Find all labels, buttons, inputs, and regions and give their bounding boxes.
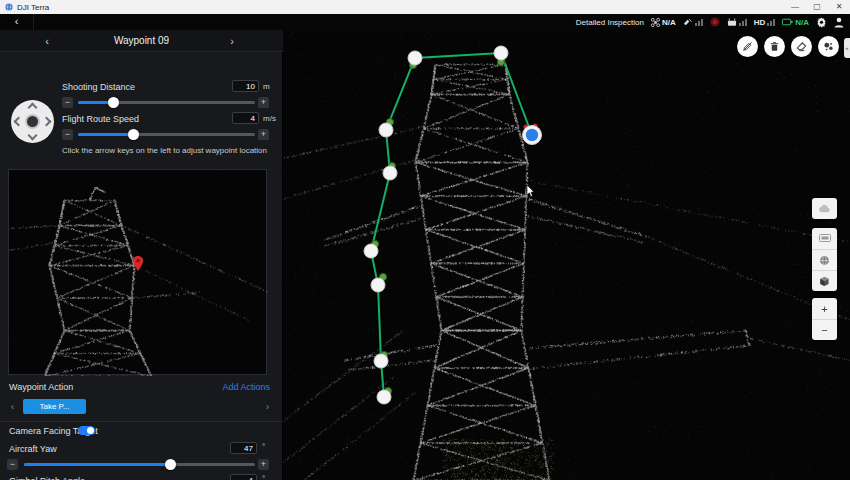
waypoint-panel: ‹ Waypoint 09 › Shooting Distance 10 m −… <box>0 30 283 480</box>
flight-speed-slider-thumb[interactable] <box>128 129 139 140</box>
shooting-distance-unit: m <box>263 82 270 91</box>
battery-status[interactable]: N/A <box>782 18 809 27</box>
settings-button[interactable] <box>816 17 827 28</box>
trash-icon <box>769 41 780 52</box>
waypoint-marker-selected[interactable] <box>523 126 542 145</box>
account-button[interactable] <box>834 17 844 28</box>
dpad-hint-text: Click the arrow keys on the left to adju… <box>62 146 272 155</box>
waypoint-marker[interactable] <box>383 166 397 180</box>
battery-status-text: N/A <box>795 18 809 27</box>
eraser-icon <box>796 41 807 52</box>
aircraft-yaw-unit: ° <box>262 442 265 451</box>
pen-slash-icon <box>742 41 753 52</box>
sphere-icon <box>819 255 830 266</box>
waypoint-marker[interactable] <box>371 278 385 292</box>
actions-scroll-left-button[interactable]: ‹ <box>11 402 14 412</box>
remote-controller-icon <box>727 18 737 27</box>
rc-signal-bars-icon <box>739 19 747 26</box>
app-logo-icon <box>5 3 13 11</box>
waypoint-title: Waypoint 09 <box>0 35 283 46</box>
add-actions-link[interactable]: Add Actions <box>222 382 270 392</box>
app-topbar: ‹ Detailed Inspection N/A HD N/A <box>0 14 850 30</box>
shooting-distance-decrease-button[interactable]: − <box>62 97 73 108</box>
gps-status[interactable] <box>683 18 703 27</box>
back-button[interactable]: ‹ <box>0 14 34 30</box>
flight-speed-value[interactable]: 4 <box>232 112 259 124</box>
dji-terra-window: DJI Terra — ▢ ✕ ‹ Detailed Inspection N/… <box>0 0 850 480</box>
aircraft-yaw-decrease-button[interactable]: − <box>7 459 18 470</box>
gear-icon <box>816 17 827 28</box>
waypoint-marker[interactable] <box>379 123 393 137</box>
aircraft-status[interactable]: N/A <box>651 18 676 27</box>
flight-speed-unit: m/s <box>263 114 276 123</box>
view-mode-group <box>812 228 837 291</box>
next-waypoint-button[interactable]: › <box>225 34 239 48</box>
toggle-knob <box>87 427 94 434</box>
zoom-out-button[interactable]: − <box>812 319 837 340</box>
dpad-left-icon[interactable] <box>14 117 24 127</box>
zoom-in-button[interactable]: + <box>812 298 837 319</box>
aircraft-yaw-slider-row: − + <box>0 458 283 470</box>
eraser-button[interactable] <box>791 36 812 57</box>
drone-icon <box>651 18 660 27</box>
cube-view-button[interactable] <box>812 270 837 291</box>
actions-scroll-right-button[interactable]: › <box>266 402 269 412</box>
dpad-center[interactable] <box>25 114 40 129</box>
flight-speed-slider[interactable] <box>78 133 255 136</box>
dpad-right-icon[interactable] <box>42 117 52 127</box>
collapse-panel-tab[interactable]: « <box>844 38 850 58</box>
waypoint-preview[interactable] <box>8 169 267 375</box>
flight-speed-decrease-button[interactable]: − <box>62 129 73 140</box>
shooting-distance-slider-thumb[interactable] <box>108 97 119 108</box>
aircraft-status-text: N/A <box>662 18 676 27</box>
gps-signal-bars-icon <box>695 19 703 26</box>
maximize-button[interactable]: ▢ <box>806 0 828 14</box>
waypoint-marker[interactable] <box>494 46 508 60</box>
waypoint-marker[interactable] <box>408 51 422 65</box>
aircraft-yaw-slider[interactable] <box>24 463 255 466</box>
screen-view-button[interactable] <box>812 228 837 249</box>
aircraft-yaw-increase-button[interactable]: + <box>258 459 269 470</box>
shooting-distance-label: Shooting Distance <box>62 82 135 92</box>
display-settings-button[interactable] <box>818 36 839 57</box>
mode-label: Detailed Inspection <box>576 18 644 27</box>
waypoint-marker[interactable] <box>364 244 378 258</box>
minimize-button[interactable]: — <box>784 0 806 14</box>
rc-status[interactable] <box>727 18 747 27</box>
disable-edit-button[interactable] <box>737 36 758 57</box>
hd-label: HD <box>754 18 766 27</box>
user-icon <box>834 17 844 28</box>
shooting-distance-slider[interactable] <box>78 101 255 104</box>
flight-route-overlay <box>283 30 850 480</box>
mouse-cursor-icon <box>526 185 535 198</box>
map-viewport[interactable]: « + − <box>283 30 850 480</box>
shooting-distance-slider-row: − + <box>0 96 283 108</box>
aircraft-yaw-slider-thumb[interactable] <box>165 459 176 470</box>
close-button[interactable]: ✕ <box>828 0 850 14</box>
waypoint-marker[interactable] <box>377 390 391 404</box>
hd-status[interactable]: HD <box>754 18 776 27</box>
points-cluster-icon <box>823 41 834 52</box>
gimbal-pitch-value[interactable]: -4 <box>230 474 257 480</box>
record-status-icon[interactable] <box>710 17 720 27</box>
shooting-distance-value[interactable]: 10 <box>232 80 259 92</box>
waypoint-header: ‹ Waypoint 09 › <box>0 30 283 52</box>
os-titlebar: DJI Terra — ▢ ✕ <box>0 0 850 14</box>
flight-speed-increase-button[interactable]: + <box>258 129 269 140</box>
shooting-distance-increase-button[interactable]: + <box>258 97 269 108</box>
screen-icon <box>819 234 831 243</box>
point-cloud-layer-button[interactable] <box>812 198 837 219</box>
zoom-control-group: + − <box>812 298 837 340</box>
flight-speed-label: Flight Route Speed <box>62 114 139 124</box>
aircraft-yaw-value[interactable]: 47 <box>230 442 257 454</box>
camera-facing-toggle[interactable] <box>78 426 95 435</box>
waypoint-action-label: Waypoint Action <box>9 382 73 392</box>
satellite-icon <box>683 18 693 27</box>
battery-icon <box>782 18 793 26</box>
take-photo-action-button[interactable]: Take P... <box>23 399 86 414</box>
preview-point-cloud <box>9 170 268 376</box>
waypoint-marker[interactable] <box>374 354 388 368</box>
sphere-view-button[interactable] <box>812 249 837 270</box>
delete-waypoint-button[interactable] <box>764 36 785 57</box>
hd-signal-bars-icon <box>767 19 775 26</box>
